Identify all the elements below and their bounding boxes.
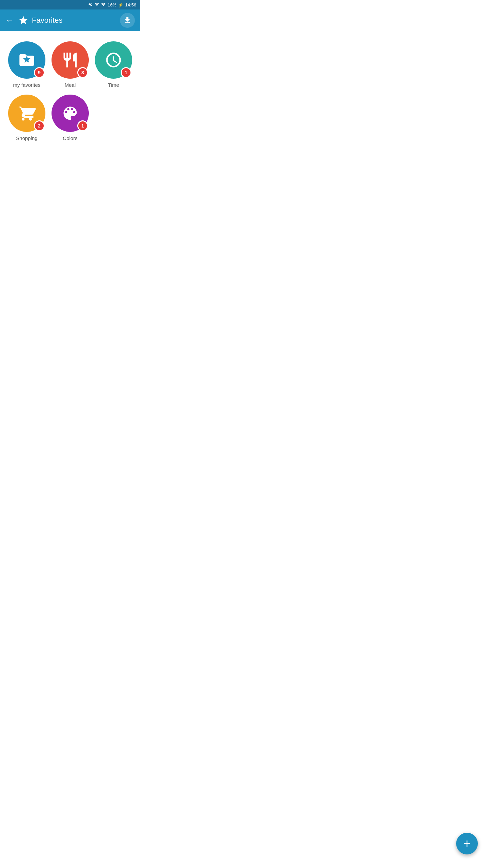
status-bar: 16% ⚡ 14:56 (0, 0, 140, 9)
circle-wrapper-my-favorites: 9 (8, 41, 45, 79)
folder-star-icon (18, 51, 36, 69)
badge-colors: 1 (77, 120, 88, 131)
category-item-shopping[interactable]: 2 Shopping (7, 95, 47, 141)
wifi-icon (95, 2, 99, 8)
circle-wrapper-colors: 1 (52, 95, 89, 132)
mute-icon (88, 2, 93, 8)
category-item-my-favorites[interactable]: 9 my favorites (7, 41, 47, 88)
label-colors: Colors (63, 135, 77, 141)
back-button[interactable]: ← (5, 16, 14, 25)
app-bar: ← Favorites (0, 9, 140, 31)
favorites-grid-row1: 9 my favorites 3 Meal (7, 41, 134, 88)
badge-my-favorites: 9 (34, 67, 45, 78)
page-title: Favorites (32, 16, 62, 25)
label-meal: Meal (65, 82, 76, 88)
category-item-meal[interactable]: 3 Meal (50, 41, 90, 88)
badge-meal: 3 (77, 67, 88, 78)
main-content: 9 my favorites 3 Meal (0, 31, 140, 151)
label-time: Time (108, 82, 119, 88)
time-text: 14:56 (125, 2, 136, 7)
circle-wrapper-time: 1 (95, 41, 132, 79)
app-bar-title-group: Favorites (18, 15, 62, 25)
cart-icon (18, 104, 36, 122)
app-bar-left: ← Favorites (5, 15, 62, 25)
palette-icon (61, 104, 79, 122)
category-item-colors[interactable]: 1 Colors (50, 95, 90, 141)
badge-shopping: 2 (34, 120, 45, 131)
fork-spoon-icon (61, 51, 79, 69)
status-icons: 16% ⚡ 14:56 (88, 2, 136, 8)
star-icon (18, 15, 28, 25)
label-shopping: Shopping (16, 135, 37, 141)
signal-icon (101, 2, 106, 8)
favorites-grid-row2: 2 Shopping 1 Colors (7, 95, 134, 141)
label-my-favorites: my favorites (13, 82, 41, 88)
charging-icon: ⚡ (118, 2, 123, 7)
download-icon (123, 16, 131, 24)
clock-icon (105, 51, 122, 69)
circle-wrapper-meal: 3 (52, 41, 89, 79)
battery-text: 16% (107, 2, 116, 7)
download-button[interactable] (120, 13, 135, 28)
circle-wrapper-shopping: 2 (8, 95, 45, 132)
category-item-time[interactable]: 1 Time (94, 41, 134, 88)
badge-time: 1 (121, 67, 131, 78)
empty-cell (94, 95, 134, 141)
